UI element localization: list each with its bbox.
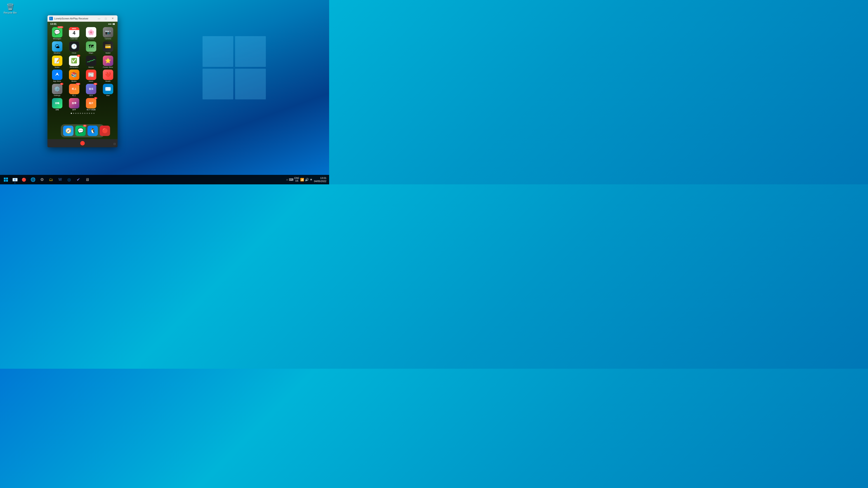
app-item-chinese2[interactable]: 首乐 14 首乐 [83,84,99,97]
dock: 🧭 💬 72 🐧 🔴 [61,124,104,137]
taskbar-app2[interactable]: 🔴 [20,175,28,184]
safari-icon: 🧭 [63,126,73,136]
calendar-date-num: 4 [72,30,75,35]
news-icon: 📰 [86,70,96,80]
app-item-maps[interactable]: 🗺 Maps [83,41,99,54]
taskbar-explorer[interactable]: 🗂 [47,175,55,184]
app-item-photovideo[interactable]: 相片 1 相片与视频 [83,98,99,111]
app-item-itunes[interactable]: ⭐ iTunes Store [100,56,116,68]
app-item-appstore[interactable]: App Store [49,70,65,83]
taskbar-rdp[interactable]: 🖥 [83,175,91,184]
clock-label: Clock [72,52,76,54]
clock-icon: 🕐 [69,41,79,52]
chinese2-badge: 14 [94,83,97,85]
windows-logo-watermark [203,36,270,104]
books-label: Books [71,80,76,83]
taskbar-chrome[interactable]: 🌐 [29,175,37,184]
app-item-health[interactable]: ❤️ Health [100,70,116,83]
app-item-chinese3[interactable]: 攻略 攻略 [49,98,65,111]
dock-qq[interactable]: 🐧 [88,126,98,136]
tray-icons: ∧ ⌨ ENG US 📶 🔊 ☀ [286,177,313,182]
wechat-icon: 💬 72 [75,126,86,136]
weibo-icon: 🔴 [100,126,110,136]
app-item-calendar[interactable]: WED 4 Calendar [66,27,82,40]
messages-label: Messages [53,38,61,40]
language-indicator: ENG US [294,177,299,182]
camera-icon: 📷 [103,27,113,37]
dock-safari[interactable]: 🧭 [63,126,73,136]
page-dot-4 [80,113,81,114]
page-dots [48,112,118,115]
taskbar-todo[interactable]: ✔ [74,175,82,184]
app-item-stocks[interactable]: Stocks [83,56,99,68]
window-title: LonelyScreen AirPlay Receiver [54,17,94,20]
app-item-wallet[interactable]: 💳 Wallet [100,41,116,54]
minimize-button[interactable]: — [96,16,102,21]
notes-label: Notes [55,66,59,68]
app-item-clock[interactable]: 🕐 Clock [66,41,82,54]
appstore-icon [52,70,62,80]
dock-wechat[interactable]: 💬 72 [75,126,86,136]
calendar-icon: WED 4 [69,27,79,37]
recycle-bin-icon[interactable]: 🗑️ Recycle Bin [3,2,17,14]
page-dot-1 [73,113,74,114]
app-item-reminders[interactable]: ✅ 2 Reminders [66,56,82,68]
itunes-label: iTunes Store [103,66,113,68]
chinese2-label: 首乐 [89,95,93,97]
app-item-chinese1[interactable]: 旺上 112 旺上 [66,84,82,97]
system-tray: ∧ ⌨ ENG US 📶 🔊 ☀ 13:01 04/05/2022 [286,176,327,183]
messages-icon: 💬 2,972 [52,27,62,37]
app-item-messages[interactable]: 💬 2,972 Messages [49,27,65,40]
close-button[interactable]: ✕ [110,16,116,21]
recycle-bin-image: 🗑️ [6,2,15,11]
tray-wifi[interactable]: 📶 [300,178,304,182]
maps-icon: 🗺 [86,41,96,52]
appstore-label: App Store [53,80,61,83]
settings-badge: 1 [60,83,63,85]
notes-icon: 📝 [52,56,62,66]
taskbar-edge[interactable]: ◎ [65,175,73,184]
weather-label: Weather [54,52,60,54]
wallet-label: Wallet [105,52,111,54]
app-item-weather[interactable]: 🌤 Weather [49,41,65,54]
svg-rect-0 [4,177,6,180]
record-button[interactable] [80,141,85,145]
chinese3-label: 攻略 [55,109,59,111]
app-item-chinese4[interactable]: 效率 效率 [66,98,82,111]
battery-icon: ▮▮ [113,23,115,25]
app-item-books[interactable]: 📚 Books [66,70,82,83]
resize-handle[interactable]: ⊡ [114,142,116,145]
news-label: News [89,80,93,83]
stocks-label: Stocks [88,66,94,68]
app-item-photos[interactable]: 🌸 Photos [83,27,99,40]
chinese1-icon: 旺上 112 [69,84,79,94]
app-item-mail[interactable]: ✉️ Mail [100,84,116,97]
app-item-camera[interactable]: 📷 Camera [100,27,116,40]
tray-brightness[interactable]: ☀ [310,178,313,182]
photovideo-badge: 1 [94,97,97,99]
phone-screen: 13:01 ▸▸▸ ▮▮ 💬 2,972 Messages [48,22,118,139]
tray-volume[interactable]: 🔊 [305,178,309,182]
wifi-icon: ▸▸▸ [108,23,112,25]
dock-weibo[interactable]: 🔴 [100,126,110,136]
status-time: 13:01 [50,23,57,25]
weather-icon: 🌤 [52,41,62,52]
app-item-settings[interactable]: ⚙️ 1 Settings [49,84,65,97]
page-dot-0 [71,113,72,114]
taskbar-clock[interactable]: 13:01 04/05/2022 [314,176,327,183]
settings-icon: ⚙️ 1 [52,84,62,94]
chinese4-label: 效率 [72,109,76,111]
svg-rect-1 [6,177,8,180]
taskbar-outlook[interactable]: 📧 [11,175,19,184]
taskbar-word[interactable]: W [56,175,64,184]
page-dot-10 [93,113,94,114]
window-bottom-bar: ⊡ [48,139,118,147]
app-item-notes[interactable]: 📝 Notes [49,56,65,68]
app-item-news[interactable]: 📰 News [83,70,99,83]
tray-expand[interactable]: ∧ [286,178,288,181]
svg-rect-2 [4,180,6,182]
taskbar-settings[interactable]: ⚙ [38,175,46,184]
maximize-button[interactable]: □ [103,16,109,21]
start-button[interactable] [2,175,10,184]
status-icons: ▸▸▸ ▮▮ [108,23,115,25]
